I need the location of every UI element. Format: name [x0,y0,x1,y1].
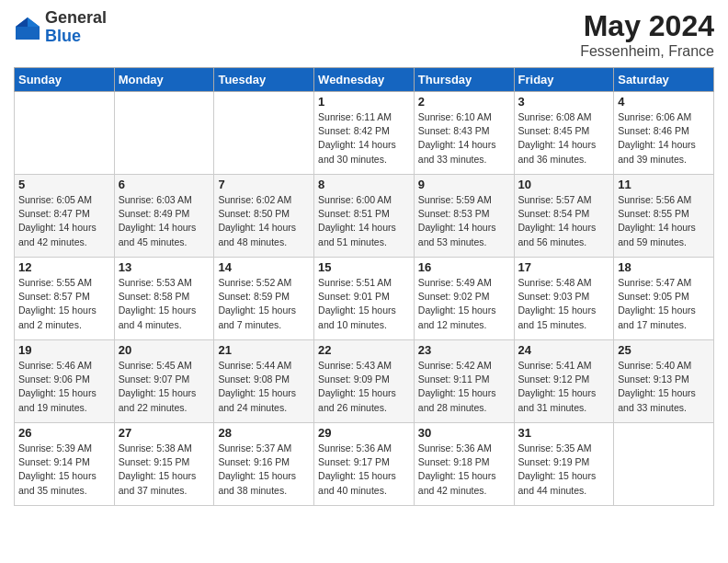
calendar-cell: 28Sunrise: 5:37 AM Sunset: 9:16 PM Dayli… [214,423,314,506]
calendar-cell: 22Sunrise: 5:43 AM Sunset: 9:09 PM Dayli… [314,340,415,423]
day-number: 7 [218,178,310,191]
calendar-cell: 2Sunrise: 6:10 AM Sunset: 8:43 PM Daylig… [414,92,514,175]
calendar-cell: 19Sunrise: 5:46 AM Sunset: 9:06 PM Dayli… [15,340,115,423]
day-info: Sunrise: 5:46 AM Sunset: 9:06 PM Dayligh… [18,359,110,415]
day-number: 24 [518,343,610,357]
day-header-sunday: Sunday [15,68,115,92]
day-info: Sunrise: 6:03 AM Sunset: 8:49 PM Dayligh… [119,193,210,249]
day-number: 31 [518,426,610,440]
calendar-cell: 10Sunrise: 5:57 AM Sunset: 8:54 PM Dayli… [514,175,614,258]
day-number: 2 [418,95,510,109]
day-number: 8 [318,178,410,191]
day-number: 6 [119,178,210,191]
day-info: Sunrise: 5:44 AM Sunset: 9:08 PM Dayligh… [218,359,310,415]
day-number: 26 [18,426,110,440]
calendar-cell: 16Sunrise: 5:49 AM Sunset: 9:02 PM Dayli… [414,258,514,340]
day-info: Sunrise: 5:59 AM Sunset: 8:53 PM Dayligh… [418,193,510,249]
calendar-cell: 25Sunrise: 5:40 AM Sunset: 9:13 PM Dayli… [614,340,714,423]
day-info: Sunrise: 5:48 AM Sunset: 9:03 PM Dayligh… [518,276,610,332]
calendar-cell [15,92,115,175]
day-info: Sunrise: 5:36 AM Sunset: 9:17 PM Dayligh… [318,442,410,498]
day-header-friday: Friday [514,68,614,92]
calendar-cell: 3Sunrise: 6:08 AM Sunset: 8:45 PM Daylig… [514,92,614,175]
day-info: Sunrise: 6:02 AM Sunset: 8:50 PM Dayligh… [218,193,310,249]
day-info: Sunrise: 5:47 AM Sunset: 9:05 PM Dayligh… [618,276,710,332]
day-info: Sunrise: 5:36 AM Sunset: 9:18 PM Dayligh… [418,442,510,498]
logo: General Blue [14,9,107,46]
calendar-cell: 1Sunrise: 6:11 AM Sunset: 8:42 PM Daylig… [314,92,415,175]
calendar-cell: 24Sunrise: 5:41 AM Sunset: 9:12 PM Dayli… [514,340,614,423]
day-info: Sunrise: 6:06 AM Sunset: 8:46 PM Dayligh… [618,110,710,167]
logo-icon [14,14,41,41]
day-number: 15 [318,260,410,274]
day-header-monday: Monday [114,68,214,92]
day-number: 28 [218,426,310,440]
day-header-tuesday: Tuesday [214,68,314,92]
day-number: 18 [618,260,710,274]
logo-blue-text: Blue [45,28,107,46]
day-number: 12 [18,260,110,274]
day-number: 14 [218,260,310,274]
day-number: 25 [618,343,710,357]
day-header-saturday: Saturday [614,68,714,92]
calendar-cell: 20Sunrise: 5:45 AM Sunset: 9:07 PM Dayli… [114,340,214,423]
day-info: Sunrise: 6:11 AM Sunset: 8:42 PM Dayligh… [318,110,410,167]
month-year: May 2024 [580,9,714,43]
calendar-week-1: 1Sunrise: 6:11 AM Sunset: 8:42 PM Daylig… [15,92,714,175]
calendar-cell [214,92,314,175]
calendar-cell: 21Sunrise: 5:44 AM Sunset: 9:08 PM Dayli… [214,340,314,423]
day-number: 19 [18,343,110,357]
day-number: 17 [518,260,610,274]
day-number: 21 [218,343,310,357]
day-number: 5 [18,178,110,191]
day-number: 29 [318,426,410,440]
calendar-cell: 13Sunrise: 5:53 AM Sunset: 8:58 PM Dayli… [114,258,214,340]
day-info: Sunrise: 5:57 AM Sunset: 8:54 PM Dayligh… [518,193,610,249]
day-number: 23 [418,343,510,357]
day-info: Sunrise: 6:08 AM Sunset: 8:45 PM Dayligh… [518,110,610,167]
calendar-cell: 18Sunrise: 5:47 AM Sunset: 9:05 PM Dayli… [614,258,714,340]
day-number: 13 [119,260,210,274]
day-number: 4 [618,95,710,109]
day-info: Sunrise: 5:49 AM Sunset: 9:02 PM Dayligh… [418,276,510,332]
day-header-thursday: Thursday [414,68,514,92]
logo-general: General [45,9,107,28]
day-info: Sunrise: 6:00 AM Sunset: 8:51 PM Dayligh… [318,193,410,249]
day-number: 3 [518,95,610,109]
day-number: 20 [119,343,210,357]
day-info: Sunrise: 5:39 AM Sunset: 9:14 PM Dayligh… [18,442,110,498]
day-info: Sunrise: 5:56 AM Sunset: 8:55 PM Dayligh… [618,193,710,249]
logo-text: General Blue [45,9,107,46]
day-info: Sunrise: 5:42 AM Sunset: 9:11 PM Dayligh… [418,359,510,415]
calendar-cell: 5Sunrise: 6:05 AM Sunset: 8:47 PM Daylig… [15,175,115,258]
calendar-week-2: 5Sunrise: 6:05 AM Sunset: 8:47 PM Daylig… [15,175,714,258]
day-info: Sunrise: 5:52 AM Sunset: 8:59 PM Dayligh… [218,276,310,332]
calendar-week-4: 19Sunrise: 5:46 AM Sunset: 9:06 PM Dayli… [15,340,714,423]
page-header: General Blue May 2024 Fessenheim, France [14,9,714,60]
calendar-cell: 23Sunrise: 5:42 AM Sunset: 9:11 PM Dayli… [414,340,514,423]
day-info: Sunrise: 5:40 AM Sunset: 9:13 PM Dayligh… [618,359,710,415]
calendar-week-3: 12Sunrise: 5:55 AM Sunset: 8:57 PM Dayli… [15,258,714,340]
day-info: Sunrise: 5:53 AM Sunset: 8:58 PM Dayligh… [119,276,210,332]
calendar-cell: 29Sunrise: 5:36 AM Sunset: 9:17 PM Dayli… [314,423,415,506]
svg-marker-2 [16,17,28,27]
calendar-cell: 4Sunrise: 6:06 AM Sunset: 8:46 PM Daylig… [614,92,714,175]
day-number: 9 [418,178,510,191]
day-header-wednesday: Wednesday [314,68,415,92]
day-info: Sunrise: 6:05 AM Sunset: 8:47 PM Dayligh… [18,193,110,249]
day-info: Sunrise: 5:51 AM Sunset: 9:01 PM Dayligh… [318,276,410,332]
day-number: 1 [318,95,410,109]
day-number: 16 [418,260,510,274]
day-info: Sunrise: 5:45 AM Sunset: 9:07 PM Dayligh… [119,359,210,415]
calendar-cell: 15Sunrise: 5:51 AM Sunset: 9:01 PM Dayli… [314,258,415,340]
calendar-cell [114,92,214,175]
calendar-cell: 6Sunrise: 6:03 AM Sunset: 8:49 PM Daylig… [114,175,214,258]
day-info: Sunrise: 5:35 AM Sunset: 9:19 PM Dayligh… [518,442,610,498]
calendar-cell: 12Sunrise: 5:55 AM Sunset: 8:57 PM Dayli… [15,258,115,340]
day-number: 30 [418,426,510,440]
calendar-cell: 17Sunrise: 5:48 AM Sunset: 9:03 PM Dayli… [514,258,614,340]
day-info: Sunrise: 5:55 AM Sunset: 8:57 PM Dayligh… [18,276,110,332]
calendar-cell: 7Sunrise: 6:02 AM Sunset: 8:50 PM Daylig… [214,175,314,258]
day-info: Sunrise: 5:38 AM Sunset: 9:15 PM Dayligh… [119,442,210,498]
calendar-cell: 14Sunrise: 5:52 AM Sunset: 8:59 PM Dayli… [214,258,314,340]
